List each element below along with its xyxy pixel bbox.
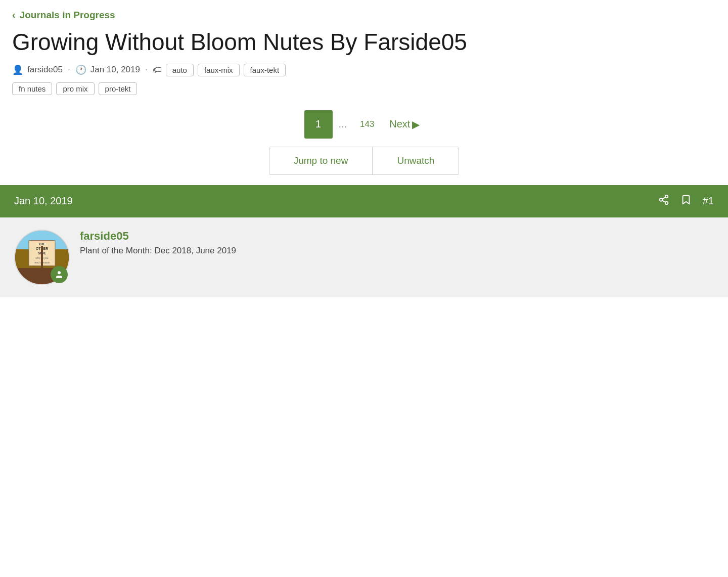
meta-row: 👤 farside05 · 🕐 Jan 10, 2019 · 🏷 auto fa…: [0, 62, 728, 80]
bookmark-icon[interactable]: [680, 194, 692, 208]
svg-line-3: [662, 200, 665, 202]
post-number: #1: [703, 195, 714, 207]
next-page-button[interactable]: Next ▶: [385, 118, 424, 130]
action-buttons: Jump to new Unwatch: [269, 147, 460, 175]
post-date: Jan 10, 2019: [14, 195, 73, 207]
tag-pro-mix[interactable]: pro mix: [56, 82, 94, 95]
pagination-controls: 1 ... 143 Next ▶: [304, 110, 424, 139]
next-label: Next: [389, 118, 410, 130]
share-icon[interactable]: [658, 194, 669, 208]
author-name[interactable]: farside05: [27, 65, 63, 75]
post-header-bar: Jan 10, 2019 #1: [0, 185, 728, 217]
post-username[interactable]: farside05: [80, 230, 236, 243]
post-content-area: THEOTHER SIDEwhy do you need a reason fa…: [0, 217, 728, 297]
meta-separator-2: ·: [145, 65, 148, 75]
clock-icon: 🕐: [75, 64, 86, 75]
tag-fn-nutes[interactable]: fn nutes: [12, 82, 52, 95]
tag-faux-mix[interactable]: faux-mix: [198, 64, 240, 76]
tags-row: fn nutes pro mix pro-tekt: [0, 80, 728, 105]
post-header-icons: #1: [658, 194, 714, 208]
back-chevron-icon: ‹: [12, 9, 16, 21]
user-icon: 👤: [12, 64, 23, 75]
journal-title: Growing Without Bloom Nutes By Farside05: [0, 25, 728, 62]
next-arrow-icon: ▶: [412, 118, 420, 130]
breadcrumb-label: Journals in Progress: [20, 10, 115, 21]
jump-to-new-button[interactable]: Jump to new: [269, 147, 373, 174]
page-1-button[interactable]: 1: [304, 110, 333, 139]
svg-line-4: [662, 197, 665, 199]
pagination-dots: ...: [337, 118, 349, 130]
tag-pro-tekt[interactable]: pro-tekt: [99, 82, 138, 95]
avatar-container: THEOTHER SIDEwhy do you need a reason: [14, 230, 70, 285]
pagination-section: 1 ... 143 Next ▶ Jump to new Unwatch: [0, 105, 728, 185]
avatar-online-badge: [51, 266, 68, 283]
tag-icon: 🏷: [153, 65, 162, 75]
svg-point-5: [58, 271, 61, 274]
user-info: farside05 Plant of the Month: Dec 2018, …: [80, 230, 236, 256]
unwatch-button[interactable]: Unwatch: [373, 147, 459, 174]
user-subtitle: Plant of the Month: Dec 2018, June 2019: [80, 246, 236, 256]
meta-separator-1: ·: [68, 65, 70, 75]
page-last-button[interactable]: 143: [353, 110, 381, 139]
tag-auto[interactable]: auto: [166, 64, 194, 76]
back-navigation[interactable]: ‹ Journals in Progress: [0, 0, 728, 25]
tag-faux-tekt[interactable]: faux-tekt: [244, 64, 286, 76]
journal-date: Jan 10, 2019: [90, 65, 140, 75]
